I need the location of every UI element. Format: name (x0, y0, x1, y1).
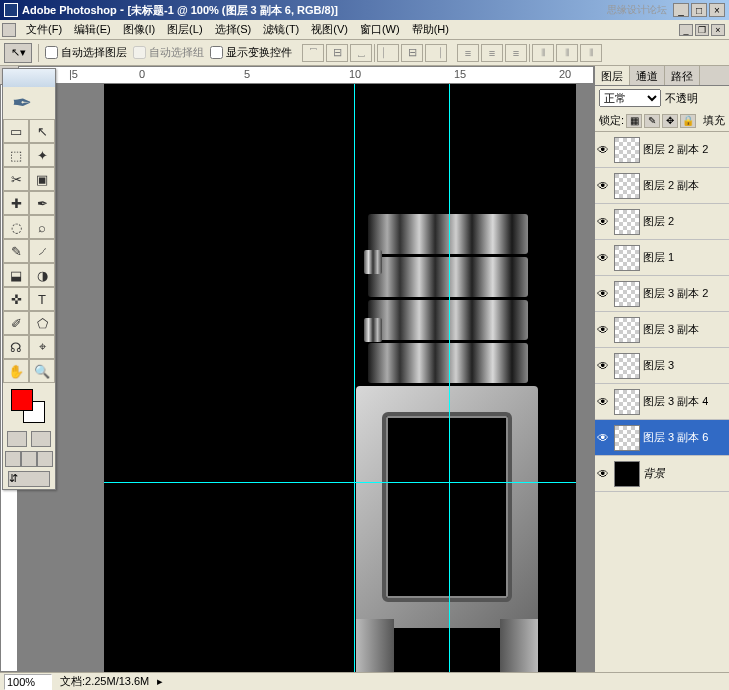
quickmask-mode-button[interactable] (31, 431, 51, 447)
layer-thumbnail[interactable] (614, 209, 640, 235)
maximize-button[interactable]: □ (691, 3, 707, 17)
layer-thumbnail[interactable] (614, 317, 640, 343)
layer-row[interactable]: 👁背景 (595, 456, 729, 492)
distribute-top-button[interactable]: ≡ (457, 44, 479, 62)
layer-thumbnail[interactable] (614, 353, 640, 379)
align-left-button[interactable]: ⎸ (377, 44, 399, 62)
tool-r9c1[interactable]: ⌖ (29, 335, 55, 359)
layer-name[interactable]: 图层 3 (643, 358, 674, 373)
lock-position-button[interactable]: ✥ (662, 114, 678, 128)
distribute-bottom-button[interactable]: ≡ (505, 44, 527, 62)
auto-select-layer-checkbox[interactable]: 自动选择图层 (45, 45, 127, 60)
lock-pixels-button[interactable]: ✎ (644, 114, 660, 128)
menu-image[interactable]: 图像(I) (117, 20, 161, 39)
tab-layers[interactable]: 图层 (595, 66, 630, 85)
foreground-color[interactable] (11, 389, 33, 411)
visibility-eye-icon[interactable]: 👁 (597, 143, 611, 157)
minimize-button[interactable]: _ (673, 3, 689, 17)
jump-to-imageready-button[interactable]: ⇵ (8, 471, 50, 487)
tool-r2c0[interactable]: ✂ (3, 167, 29, 191)
align-bottom-button[interactable]: ⎵ (350, 44, 372, 62)
tool-r8c0[interactable]: ✐ (3, 311, 29, 335)
align-top-button[interactable]: ⎴ (302, 44, 324, 62)
visibility-eye-icon[interactable]: 👁 (597, 179, 611, 193)
visibility-eye-icon[interactable]: 👁 (597, 215, 611, 229)
tool-r3c1[interactable]: ✒ (29, 191, 55, 215)
document-canvas[interactable] (104, 84, 576, 672)
layer-row[interactable]: 👁图层 3 副本 6 (595, 420, 729, 456)
menu-filter[interactable]: 滤镜(T) (257, 20, 305, 39)
visibility-eye-icon[interactable]: 👁 (597, 359, 611, 373)
menu-window[interactable]: 窗口(W) (354, 20, 406, 39)
tool-r5c1[interactable]: ⟋ (29, 239, 55, 263)
visibility-eye-icon[interactable]: 👁 (597, 431, 611, 445)
tool-r4c1[interactable]: ⌕ (29, 215, 55, 239)
document-icon[interactable] (2, 23, 16, 37)
horizontal-ruler[interactable]: |5 0 5 10 15 20 (18, 66, 594, 84)
tool-r0c1[interactable]: ↖ (29, 119, 55, 143)
tool-r10c1[interactable]: 🔍 (29, 359, 55, 383)
screen-full-button[interactable] (37, 451, 53, 467)
layer-thumbnail[interactable] (614, 137, 640, 163)
tool-r6c1[interactable]: ◑ (29, 263, 55, 287)
tool-r5c0[interactable]: ✎ (3, 239, 29, 263)
menu-help[interactable]: 帮助(H) (406, 20, 455, 39)
layer-name[interactable]: 图层 2 副本 2 (643, 142, 708, 157)
visibility-eye-icon[interactable]: 👁 (597, 395, 611, 409)
layer-row[interactable]: 👁图层 3 副本 (595, 312, 729, 348)
layer-name[interactable]: 图层 1 (643, 250, 674, 265)
tool-r9c0[interactable]: ☊ (3, 335, 29, 359)
canvas-area[interactable] (18, 84, 594, 672)
tool-r8c1[interactable]: ⬠ (29, 311, 55, 335)
tool-r4c0[interactable]: ◌ (3, 215, 29, 239)
distribute-hcenter-button[interactable]: ⦀ (556, 44, 578, 62)
layer-row[interactable]: 👁图层 2 (595, 204, 729, 240)
tool-r10c0[interactable]: ✋ (3, 359, 29, 383)
align-right-button[interactable]: ⎹ (425, 44, 447, 62)
layer-row[interactable]: 👁图层 3 副本 4 (595, 384, 729, 420)
tool-r1c0[interactable]: ⬚ (3, 143, 29, 167)
status-menu-arrow[interactable]: ▸ (157, 675, 163, 688)
doc-minimize-button[interactable]: _ (679, 24, 693, 36)
tab-channels[interactable]: 通道 (630, 66, 665, 85)
layer-name[interactable]: 图层 2 (643, 214, 674, 229)
toolbox-handle[interactable] (3, 69, 55, 87)
distribute-vcenter-button[interactable]: ≡ (481, 44, 503, 62)
tab-paths[interactable]: 路径 (665, 66, 700, 85)
layer-thumbnail[interactable] (614, 389, 640, 415)
distribute-left-button[interactable]: ⦀ (532, 44, 554, 62)
guide-horizontal[interactable] (104, 482, 576, 483)
align-vcenter-button[interactable]: ⊟ (326, 44, 348, 62)
lock-all-button[interactable]: 🔒 (680, 114, 696, 128)
toolbox-panel[interactable]: ✒ ▭↖⬚✦✂▣✚✒◌⌕✎⟋⬓◑✜T✐⬠☊⌖✋🔍 ⇵ (2, 68, 56, 490)
layer-thumbnail[interactable] (614, 245, 640, 271)
visibility-eye-icon[interactable]: 👁 (597, 467, 611, 481)
layer-row[interactable]: 👁图层 3 (595, 348, 729, 384)
show-transform-checkbox[interactable]: 显示变换控件 (210, 45, 292, 60)
distribute-right-button[interactable]: ⦀ (580, 44, 602, 62)
layer-row[interactable]: 👁图层 2 副本 (595, 168, 729, 204)
menu-layer[interactable]: 图层(L) (161, 20, 208, 39)
lock-transparency-button[interactable]: ▦ (626, 114, 642, 128)
doc-close-button[interactable]: × (711, 24, 725, 36)
align-hcenter-button[interactable]: ⊟ (401, 44, 423, 62)
standard-mode-button[interactable] (7, 431, 27, 447)
screen-full-menubar-button[interactable] (21, 451, 37, 467)
layer-row[interactable]: 👁图层 3 副本 2 (595, 276, 729, 312)
layer-name[interactable]: 图层 3 副本 (643, 322, 699, 337)
tool-r2c1[interactable]: ▣ (29, 167, 55, 191)
doc-restore-button[interactable]: ❐ (695, 24, 709, 36)
menu-file[interactable]: 文件(F) (20, 20, 68, 39)
blend-mode-select[interactable]: 正常 (599, 89, 661, 107)
guide-vertical-1[interactable] (354, 84, 355, 672)
layer-row[interactable]: 👁图层 2 副本 2 (595, 132, 729, 168)
tool-r1c1[interactable]: ✦ (29, 143, 55, 167)
layer-thumbnail[interactable] (614, 281, 640, 307)
layer-thumbnail[interactable] (614, 425, 640, 451)
menu-view[interactable]: 视图(V) (305, 20, 354, 39)
guide-vertical-2[interactable] (449, 84, 450, 672)
menu-select[interactable]: 选择(S) (209, 20, 258, 39)
tool-preset-picker[interactable]: ↖▾ (4, 43, 32, 63)
layer-name[interactable]: 背景 (643, 466, 665, 481)
layer-name[interactable]: 图层 2 副本 (643, 178, 699, 193)
